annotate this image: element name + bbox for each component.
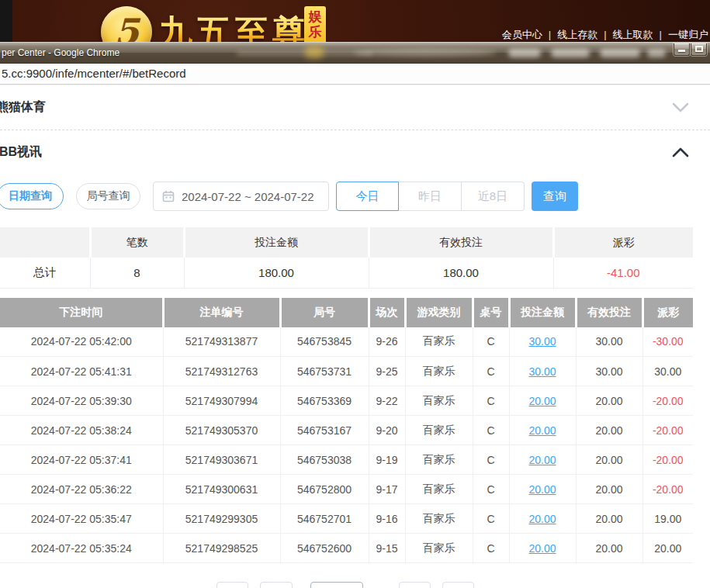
cell-valid-bet: 20.00 (576, 445, 642, 475)
header-order-id: 注单编号 (163, 298, 280, 327)
quick-range-today[interactable]: 今日 (336, 182, 399, 211)
table-row: 2024-07-22 05:38:24521749305370546753167… (0, 416, 693, 445)
cell-bet-time: 2024-07-22 05:42:00 (0, 327, 163, 357)
summary-total-count: 8 (90, 258, 184, 288)
cell-game-type: 百家乐 (405, 445, 473, 475)
cell-round-id: 546752701 (280, 504, 369, 534)
pagination (0, 582, 710, 588)
header-valid-bet: 有效投注 (576, 298, 642, 327)
nav-deposit[interactable]: 线上存款 (557, 29, 597, 40)
screen: 5 九五至尊 娱乐 会员中心|线上存款|线上取款|一键归户 per Center… (0, 0, 710, 588)
url-text: 5.cc:9900/infe/mcenter/#/betRecord (2, 67, 186, 80)
detail-table-body: 2024-07-22 05:42:00521749313877546753845… (0, 327, 693, 563)
minimize-button[interactable] (674, 43, 690, 56)
chevron-up-icon[interactable] (672, 147, 689, 157)
cell-payout: -30.00 (642, 327, 693, 357)
cell-order-id: 521749299305 (163, 504, 280, 534)
cell-game-type: 百家乐 (405, 504, 473, 534)
table-row: 2024-07-22 05:42:00521749313877546753845… (0, 327, 693, 357)
pagination-button[interactable] (399, 582, 431, 588)
desktop-left-strip (0, 0, 12, 43)
section-panda-sports[interactable]: 熊猫体育 (0, 85, 710, 130)
cell-session: 9-26 (369, 327, 405, 357)
cell-round-id: 546752600 (280, 534, 369, 563)
cell-bet-amount[interactable]: 30.00 (509, 327, 576, 357)
browser-address-bar[interactable]: 5.cc:9900/infe/mcenter/#/betRecord (0, 64, 710, 85)
cell-bet-amount[interactable]: 20.00 (509, 416, 576, 445)
blurred-user-info (600, 49, 640, 57)
cell-payout: -20.00 (642, 386, 693, 416)
summary-total-payout: -41.00 (553, 258, 693, 288)
cell-bet-amount[interactable]: 20.00 (509, 445, 576, 475)
date-query-tab[interactable]: 日期查询 (0, 183, 64, 209)
header-table-id: 桌号 (473, 298, 509, 327)
cell-payout: 20.00 (642, 534, 693, 563)
cell-bet-amount[interactable]: 20.00 (509, 386, 576, 416)
cell-bet-amount[interactable]: 20.00 (509, 534, 576, 563)
cell-valid-bet: 20.00 (576, 386, 642, 416)
maximize-icon (695, 46, 703, 52)
quick-range-yesterday[interactable]: 昨日 (399, 182, 462, 211)
summary-header-row: 笔数 投注金额 有效投注 派彩 (0, 227, 693, 258)
cell-valid-bet: 20.00 (576, 475, 642, 504)
header-bet-amount: 投注金额 (509, 298, 576, 327)
calendar-icon (162, 190, 175, 202)
quick-range-last8days[interactable]: 近8日 (462, 182, 525, 211)
cell-session: 9-20 (369, 416, 405, 445)
cell-bet-amount[interactable]: 30.00 (509, 357, 576, 386)
window-title: per Center - Google Chrome (2, 47, 119, 58)
cell-session: 9-17 (369, 475, 405, 504)
summary-header-valid-bet: 有效投注 (369, 227, 553, 258)
maximize-button[interactable] (691, 43, 707, 56)
cell-order-id: 521749313877 (163, 327, 280, 357)
table-row: 2024-07-22 05:41:31521749312763546753731… (0, 357, 693, 386)
round-query-tab[interactable]: 局号查询 (76, 183, 140, 209)
browser-titlebar[interactable]: per Center - Google Chrome (0, 42, 710, 64)
cell-valid-bet: 20.00 (576, 534, 642, 563)
nav-withdraw[interactable]: 线上取款 (613, 29, 653, 40)
cell-round-id: 546753167 (280, 416, 369, 445)
cell-bet-amount[interactable]: 20.00 (509, 504, 576, 534)
table-row: 2024-07-22 05:35:24521749298525546752600… (0, 534, 693, 563)
header-payout: 派彩 (642, 298, 693, 327)
cell-game-type: 百家乐 (405, 357, 473, 386)
pagination-button[interactable] (216, 582, 248, 588)
cell-table-id: C (473, 386, 509, 416)
cell-valid-bet: 20.00 (576, 504, 642, 534)
table-row: 2024-07-22 05:39:30521749307994546753369… (0, 386, 693, 416)
pagination-button[interactable] (442, 582, 474, 588)
cell-bet-time: 2024-07-22 05:39:30 (0, 386, 163, 416)
cell-payout: 19.00 (642, 504, 693, 534)
cell-session: 9-22 (369, 386, 405, 416)
cell-table-id: C (473, 504, 509, 534)
nav-one-key-transfer[interactable]: 一键归户 (668, 29, 708, 40)
cell-game-type: 百家乐 (405, 475, 473, 504)
summary-table: 笔数 投注金额 有效投注 派彩 总计 8 180.00 180.00 -41.0… (0, 227, 693, 289)
cell-payout: 30.00 (642, 357, 693, 386)
cell-order-id: 521749300631 (163, 475, 280, 504)
cell-game-type: 百家乐 (405, 327, 473, 357)
pagination-button[interactable] (260, 582, 293, 588)
summary-total-label: 总计 (0, 258, 90, 288)
cell-game-type: 百家乐 (405, 416, 473, 445)
chevron-down-icon[interactable] (672, 102, 689, 113)
cell-bet-time: 2024-07-22 05:38:24 (0, 416, 163, 445)
cell-order-id: 521749305370 (163, 416, 280, 445)
cell-valid-bet: 20.00 (576, 416, 642, 445)
cell-round-id: 546753845 (280, 327, 369, 357)
search-button[interactable]: 查询 (532, 182, 578, 211)
summary-header-count: 笔数 (90, 227, 184, 258)
date-range-input[interactable]: 2024-07-22 ~ 2024-07-22 (153, 182, 329, 211)
site-nav: 会员中心|线上存款|线上取款|一键归户 (502, 28, 708, 42)
nav-member-center[interactable]: 会员中心 (502, 29, 542, 40)
detail-header-row: 下注时间 注单编号 局号 场次 游戏类别 桌号 投注金额 有效投注 派彩 (0, 298, 693, 327)
pagination-page-size-select[interactable] (310, 582, 363, 588)
summary-header-payout: 派彩 (553, 227, 693, 258)
cell-payout: -20.00 (642, 445, 693, 475)
section-bb-video[interactable]: BB视讯 (0, 130, 710, 174)
header-session: 场次 (369, 298, 405, 327)
cell-bet-amount[interactable]: 20.00 (509, 475, 576, 504)
blurred-user-info (508, 49, 541, 57)
minimize-icon (678, 50, 685, 52)
cell-payout: -20.00 (642, 475, 693, 504)
